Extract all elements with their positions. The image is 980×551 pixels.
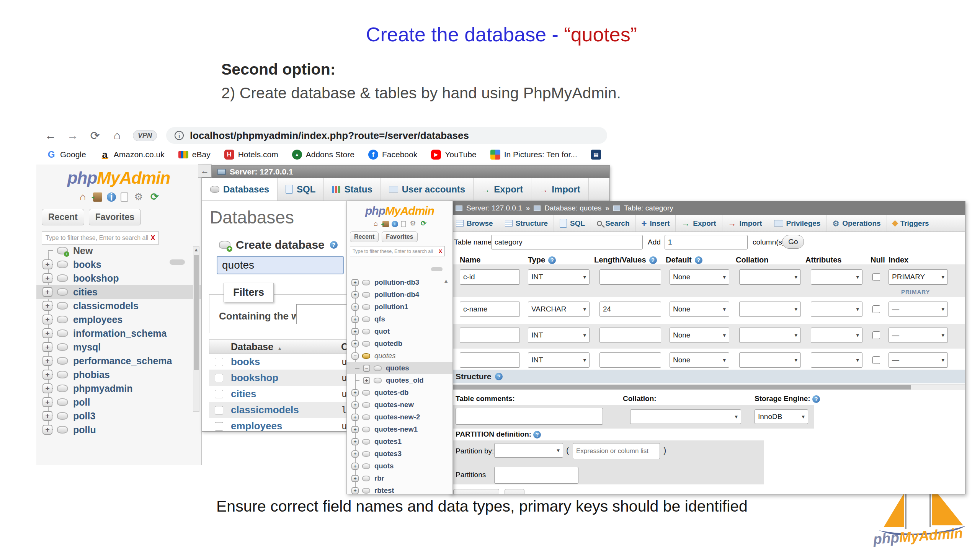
storage-engine-select[interactable]: InnoDB [755, 409, 808, 424]
expand-icon[interactable] [351, 401, 359, 409]
tab-user-accounts[interactable]: User accounts [381, 178, 474, 201]
expand-icon[interactable] [42, 315, 52, 324]
expand-icon[interactable] [351, 438, 359, 445]
help-icon[interactable]: ? [330, 241, 338, 249]
collapse-icon[interactable] [351, 352, 359, 360]
default-select[interactable]: None [670, 302, 729, 317]
expand-icon[interactable] [42, 328, 52, 338]
tab-insert[interactable]: Insert [636, 215, 676, 231]
tree-item[interactable]: quotes-db [347, 386, 452, 399]
tree-item-information-schema[interactable]: information_schema [36, 326, 201, 340]
bookmark-google[interactable]: Google [46, 150, 86, 160]
tab-structure[interactable]: Structure [499, 215, 554, 231]
collation-select[interactable] [739, 352, 801, 368]
tab-operations[interactable]: Operations [826, 215, 887, 231]
containing-word-input[interactable] [296, 304, 348, 324]
null-checkbox[interactable] [872, 356, 880, 364]
field-name-input[interactable] [460, 328, 520, 343]
save-button[interactable] [505, 489, 524, 494]
table-comments-input[interactable] [456, 408, 603, 425]
expand-icon[interactable] [363, 377, 370, 384]
logout-icon[interactable] [93, 192, 102, 202]
row-checkbox[interactable] [215, 358, 223, 366]
row-checkbox[interactable] [215, 374, 223, 382]
tab-export[interactable]: Export [474, 178, 531, 201]
tree-item[interactable]: quotes3 [347, 448, 452, 460]
help-icon[interactable]: ? [548, 256, 556, 264]
database-name-input[interactable] [217, 256, 344, 274]
partitions-input[interactable] [494, 467, 578, 484]
type-select[interactable]: VARCHAR [528, 302, 590, 317]
attributes-select[interactable] [811, 302, 862, 317]
table-name-input[interactable] [491, 235, 643, 249]
expand-icon[interactable] [42, 425, 52, 435]
breadcrumb-database[interactable]: Database: quotes [544, 204, 601, 212]
tree-item-cities[interactable]: cities [36, 285, 201, 299]
tree-item[interactable]: qfs [347, 313, 452, 325]
tab-recent[interactable]: Recent [350, 231, 379, 242]
partition-expression-input[interactable] [573, 443, 660, 459]
collation-select[interactable] [739, 328, 801, 343]
help-icon[interactable]: ? [533, 431, 541, 439]
tree-item-employees[interactable]: employees [36, 313, 201, 326]
database-link[interactable]: cities [231, 388, 341, 400]
field-name-input[interactable] [460, 269, 520, 285]
database-link[interactable]: classicmodels [231, 404, 341, 416]
null-checkbox[interactable] [872, 305, 880, 313]
bookmark-extra[interactable] [591, 150, 601, 160]
collapse-icon[interactable] [363, 365, 370, 372]
settings-gear-icon[interactable] [409, 220, 417, 228]
expand-icon[interactable] [42, 397, 52, 407]
collapse-panel-button[interactable]: ← [198, 165, 212, 178]
expand-icon[interactable] [351, 340, 359, 347]
tree-item[interactable]: quot [347, 325, 452, 337]
length-input[interactable] [599, 328, 661, 343]
site-info-icon[interactable]: i [175, 131, 184, 140]
help-icon[interactable]: ? [649, 256, 657, 264]
row-checkbox[interactable] [215, 406, 223, 414]
forward-icon[interactable]: → [66, 129, 79, 142]
tree-item[interactable]: pollution-db4 [347, 289, 452, 301]
attributes-select[interactable] [811, 352, 862, 368]
panel-resize-handle[interactable] [431, 267, 443, 271]
tab-sql[interactable]: SQL [278, 178, 324, 201]
preview-sql-button[interactable] [453, 489, 499, 494]
expand-icon[interactable] [351, 487, 359, 494]
tab-import[interactable]: Import [531, 178, 589, 201]
expand-icon[interactable] [42, 287, 52, 297]
table-collation-select[interactable] [630, 409, 741, 424]
scrollbar-thumb[interactable] [453, 385, 911, 390]
type-select[interactable]: INT [528, 352, 590, 368]
tab-databases[interactable]: Databases [202, 178, 278, 201]
tree-item[interactable]: quotes1 [347, 435, 452, 448]
tab-export[interactable]: Export [676, 215, 722, 231]
tab-triggers[interactable]: Triggers [887, 215, 935, 231]
tab-search[interactable]: Search [591, 215, 635, 231]
index-select[interactable]: — [889, 302, 948, 317]
attributes-select[interactable] [811, 269, 862, 285]
expand-icon[interactable] [351, 389, 359, 396]
tree-item-poll3[interactable]: poll3 [36, 409, 201, 423]
default-select[interactable]: None [670, 352, 729, 368]
bookmark-facebook[interactable]: Facebook [368, 150, 417, 160]
horizontal-scrollbar[interactable] [450, 384, 965, 390]
bookmark-addons[interactable]: Addons Store [292, 150, 354, 160]
filter-input[interactable]: Type to filter these, Enter to search al… [350, 246, 445, 256]
tab-recent[interactable]: Recent [42, 209, 84, 225]
clear-filter-icon[interactable]: X [151, 234, 155, 242]
length-input[interactable] [599, 302, 661, 317]
help-icon[interactable]: ? [695, 256, 702, 264]
tree-scrollbar[interactable]: ▲ [193, 246, 199, 412]
expand-icon[interactable] [42, 259, 52, 269]
tree-item-quotes-db[interactable]: quotes [347, 350, 452, 362]
partition-by-select[interactable] [494, 443, 563, 458]
field-name-input[interactable] [460, 352, 520, 368]
tree-item-poll[interactable]: poll [36, 395, 201, 409]
bookmark-youtube[interactable]: YouTube [431, 150, 477, 160]
index-select[interactable]: — [889, 352, 948, 368]
tree-item-performance-schema[interactable]: performance_schema [36, 354, 201, 368]
tab-import[interactable]: Import [722, 215, 768, 231]
tree-item[interactable]: quotes-new1 [347, 423, 452, 435]
tree-item-bookshop[interactable]: bookshop [36, 271, 201, 285]
expand-icon[interactable] [351, 316, 359, 323]
